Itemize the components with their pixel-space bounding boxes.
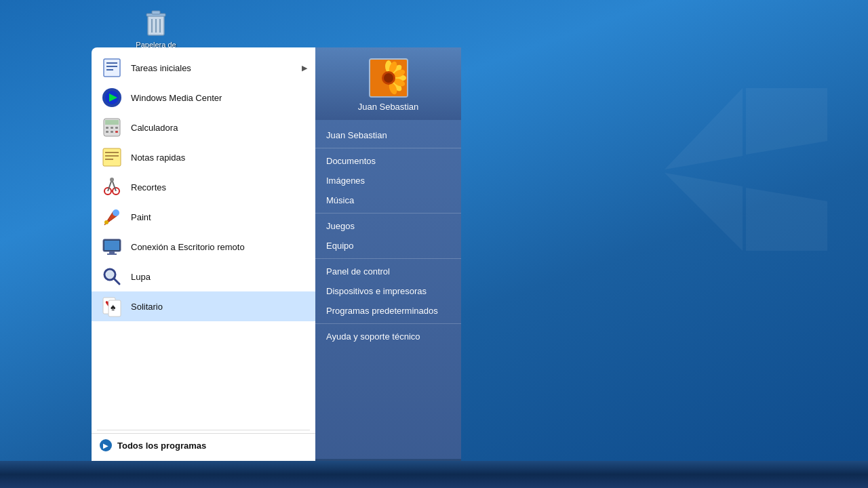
app-icon-paint: [100, 205, 124, 229]
app-icon-wmc: [100, 85, 124, 110]
app-item-paint[interactable]: Paint: [92, 202, 315, 232]
start-menu-left: Tareas iniciales▶Windows Media CenterCal…: [92, 47, 315, 488]
svg-rect-15: [106, 127, 108, 129]
app-name-notas: Notas rapidas: [131, 152, 185, 163]
svg-rect-35: [104, 241, 119, 250]
app-icon-solitario: ♥♠: [100, 294, 124, 319]
svg-rect-7: [106, 62, 117, 64]
desktop: Papelera de Tareas iniciales▶Windows Med…: [0, 0, 868, 488]
right-item-dispositivos[interactable]: Dispositivos e impresoras: [315, 281, 461, 301]
app-icon-notas: [100, 145, 124, 169]
right-item-juegos[interactable]: Juegos: [315, 216, 461, 236]
app-item-solitario[interactable]: ♥♠Solitario: [92, 291, 315, 321]
svg-rect-2: [152, 11, 160, 14]
apps-separator: [97, 430, 310, 430]
all-programs-label: Todos los programas: [117, 441, 206, 451]
app-item-recortes[interactable]: Recortes: [92, 172, 315, 202]
right-separator-equipo: [315, 258, 461, 259]
app-icon-lupa: [100, 264, 124, 289]
svg-rect-18: [106, 131, 108, 133]
right-item-equipo[interactable]: Equipo: [315, 236, 461, 256]
svg-rect-22: [105, 152, 119, 153]
app-item-lupa[interactable]: Lupa: [92, 262, 315, 291]
svg-rect-19: [111, 131, 113, 133]
svg-rect-23: [105, 155, 119, 157]
svg-text:♠: ♠: [111, 302, 116, 312]
svg-line-38: [114, 279, 119, 284]
app-name-conexion: Conexión a Escritorio remoto: [131, 242, 245, 252]
app-name-solitario: Solitario: [131, 302, 163, 312]
right-item-documentos[interactable]: Documentos: [315, 151, 461, 171]
svg-rect-6: [104, 59, 120, 77]
apps-list: Tareas iniciales▶Windows Media CenterCal…: [92, 47, 315, 427]
svg-rect-33: [109, 251, 115, 253]
right-item-ayuda[interactable]: Ayuda y soporte técnico: [315, 327, 461, 346]
app-icon-tareas: [100, 56, 124, 80]
user-name: Juan Sebastian: [358, 102, 419, 112]
svg-rect-21: [103, 148, 121, 166]
right-item-programas[interactable]: Programas predeterminados: [315, 301, 461, 321]
right-item-imagenes[interactable]: Imágenes: [315, 171, 461, 190]
svg-rect-16: [111, 127, 113, 129]
right-item-juan[interactable]: Juan Sebastian: [315, 125, 461, 145]
app-icon-recortes: [100, 175, 124, 199]
app-name-wmc: Windows Media Center: [131, 93, 222, 103]
svg-rect-17: [115, 127, 118, 129]
right-menu-items: Juan SebastianDocumentosImágenesMúsicaJu…: [315, 120, 461, 459]
user-avatar[interactable]: [369, 58, 408, 98]
svg-rect-24: [105, 159, 113, 160]
app-icon-conexion: [100, 235, 124, 259]
svg-point-30: [113, 209, 119, 216]
right-separator-musica: [315, 213, 461, 214]
windows-watermark: [658, 81, 834, 260]
right-separator-programas: [315, 323, 461, 324]
app-name-tareas: Tareas iniciales: [131, 63, 191, 73]
svg-point-37: [106, 270, 114, 279]
right-item-panel[interactable]: Panel de control: [315, 262, 461, 281]
all-programs-item[interactable]: ▶ Todos los programas: [92, 433, 315, 457]
app-item-conexion[interactable]: Conexión a Escritorio remoto: [92, 232, 315, 262]
app-name-paint: Paint: [131, 212, 151, 222]
svg-point-29: [110, 178, 114, 182]
app-name-lupa: Lupa: [131, 272, 151, 282]
right-item-musica[interactable]: Música: [315, 190, 461, 210]
avatar-image: [370, 60, 407, 96]
taskbar: [0, 461, 868, 488]
app-name-calc: Calculadora: [131, 123, 178, 133]
user-section: Juan Sebastian: [315, 47, 461, 120]
app-item-wmc[interactable]: Windows Media Center: [92, 83, 315, 113]
app-item-tareas[interactable]: Tareas iniciales▶: [92, 53, 315, 83]
papelera-image: [142, 7, 170, 39]
svg-rect-8: [106, 66, 117, 67]
svg-rect-9: [106, 69, 113, 70]
svg-rect-14: [105, 120, 119, 125]
app-arrow-tareas: ▶: [302, 64, 307, 73]
start-menu: Tareas iniciales▶Windows Media CenterCal…: [92, 47, 461, 488]
svg-point-53: [384, 73, 393, 83]
svg-rect-34: [107, 253, 117, 255]
start-menu-right: Juan Sebastian Juan SebastianDocumentosI…: [315, 47, 461, 488]
papelera-icon[interactable]: Papelera de: [129, 7, 183, 49]
app-icon-calc: [100, 115, 124, 140]
app-name-recortes: Recortes: [131, 182, 166, 192]
svg-point-31: [104, 220, 108, 224]
all-programs-bullet: ▶: [100, 439, 112, 451]
app-item-calc[interactable]: Calculadora: [92, 113, 315, 142]
right-separator-juan: [315, 148, 461, 148]
svg-rect-20: [115, 131, 118, 133]
app-item-notas[interactable]: Notas rapidas: [92, 142, 315, 172]
